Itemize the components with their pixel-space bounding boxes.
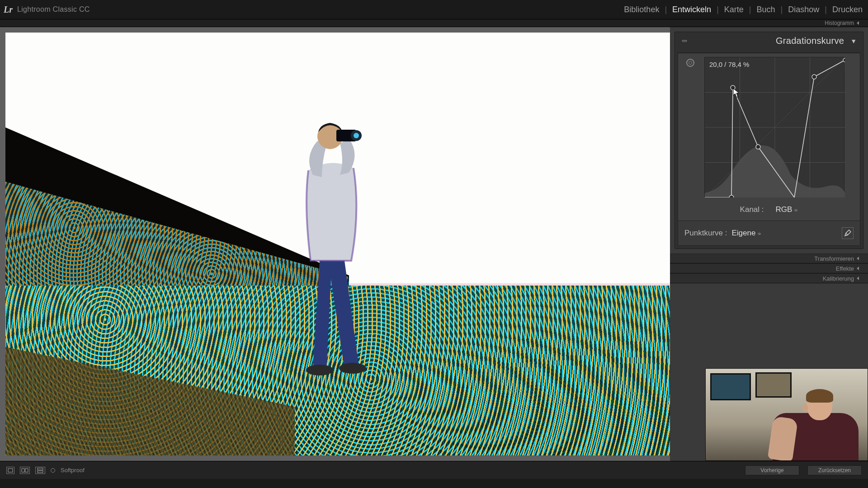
svg-point-1 [339,363,366,374]
panel-tone-curve-header[interactable]: Gradationskurve ▼ [675,32,863,50]
module-picker: Bibliothek | Entwickeln | Karte | Buch |… [622,4,864,15]
before-after-vert-icon[interactable] [35,467,45,474]
reset-button[interactable]: Zurücksetzen [807,465,862,475]
title-bar: Lr Lightroom Classic CC Bibliothek | Ent… [0,0,868,19]
svg-rect-18 [8,469,13,472]
nav-karte[interactable]: Karte [722,4,745,15]
image-canvas[interactable] [5,33,670,455]
app-identity: Lr Lightroom Classic CC [4,5,90,15]
point-curve-dropdown[interactable]: Eigene≑ [732,229,762,238]
svg-point-0 [306,365,333,375]
panel-effects-collapsed[interactable]: Effekte [670,263,868,273]
point-curve-row: Punktkurve : Eigene≑ [678,221,860,245]
svg-rect-21 [38,468,43,470]
chevron-left-icon [857,277,859,280]
loupe-view-icon[interactable] [6,467,14,474]
main-area: Gradationskurve ▼ 20,0 / 78,4 % [0,27,868,461]
svg-point-5 [354,133,359,138]
panel-histogram-collapsed[interactable]: Histogramm [0,19,868,27]
app-title: Lightroom Classic CC [17,5,90,14]
histogram-label: Histogramm [825,20,854,26]
svg-point-17 [843,58,845,62]
tone-curve-graph[interactable]: 20,0 / 78,4 % [704,57,844,197]
canvas-wrap [0,27,670,461]
chevron-left-icon [857,267,859,270]
panel-transform-collapsed[interactable]: Transformieren [670,253,868,263]
chevron-left-icon [857,257,859,260]
app-logo: Lr [4,5,13,15]
panel-tone-curve: Gradationskurve ▼ 20,0 / 78,4 % [675,32,863,249]
before-after-horiz-icon[interactable] [20,467,30,474]
svg-rect-22 [38,471,43,473]
curve-readout: 20,0 / 78,4 % [708,60,751,69]
subject-photographer [277,116,385,378]
toolbar-bottom: Softproof Vorherige Zurücksetzen [0,461,868,479]
point-curve-label: Punktkurve : [684,229,727,238]
nav-diashow[interactable]: Diashow [786,4,821,15]
svg-rect-20 [25,469,28,472]
nav-bibliothek[interactable]: Bibliothek [622,4,661,15]
svg-point-14 [731,85,735,90]
nav-entwickeln[interactable]: Entwickeln [670,4,713,15]
channel-dropdown[interactable]: RGB≑ [776,205,798,214]
softproof-label: Softproof [61,467,85,474]
svg-point-16 [812,75,816,79]
photo-preview[interactable] [5,33,670,455]
panel-tone-curve-title: Gradationskurve [776,36,844,46]
svg-point-13 [729,195,734,197]
channel-label: Kanal : [740,205,764,214]
edit-point-curve-button[interactable] [842,227,854,239]
right-panel-stack: Gradationskurve ▼ 20,0 / 78,4 % [670,27,868,461]
channel-row: Kanal : RGB≑ [686,205,852,214]
softproof-toggle[interactable] [51,468,55,473]
panel-calibration-collapsed[interactable]: Kalibrierung [670,273,868,283]
svg-rect-19 [22,469,24,472]
nav-buch[interactable]: Buch [755,4,777,15]
nav-drucken[interactable]: Drucken [830,4,864,15]
previous-button[interactable]: Vorherige [745,465,799,475]
chevron-left-icon [857,21,859,25]
webcam-overlay [705,368,868,461]
chevron-down-icon[interactable]: ▼ [850,38,857,45]
target-adjust-tool[interactable] [686,59,694,67]
panel-enable-switch[interactable] [681,39,688,43]
svg-point-15 [756,145,760,149]
